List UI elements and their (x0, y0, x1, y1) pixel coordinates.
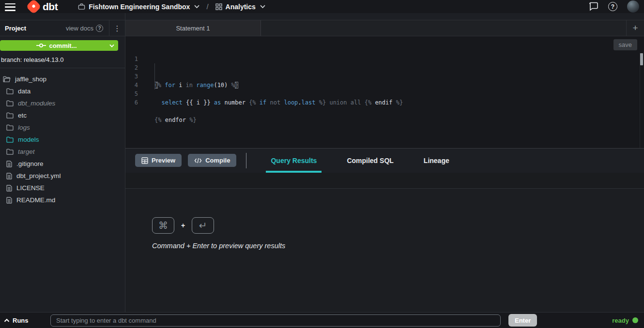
save-button[interactable]: save (613, 39, 637, 50)
environment-name: Analytics (226, 3, 256, 11)
tree-item-label: dbt_modules (18, 100, 55, 107)
tab-lineage[interactable]: Lineage (419, 149, 454, 173)
tree-item-logs[interactable]: logs (0, 121, 125, 134)
folder-icon (6, 88, 14, 94)
code-editor[interactable]: 123456 {% for i in range(10) %} select {… (125, 53, 644, 148)
editor-toolbar: save (125, 36, 644, 53)
code-line-3: select {{ i }} as number {% if not loop.… (154, 98, 644, 107)
enter-button[interactable]: Enter (508, 314, 537, 327)
environment-switcher[interactable]: Analytics (215, 3, 265, 11)
tree-item-jaffle-shop[interactable]: jaffle_shop (0, 73, 125, 85)
folder-open-icon (3, 76, 11, 82)
tree-item-label: data (18, 88, 31, 95)
editor-column: Statement 1 + save 123456 {% for i in ra… (125, 13, 644, 312)
compile-label: Compile (205, 157, 230, 164)
editor-scrollbar[interactable] (640, 53, 644, 148)
commit-button[interactable]: commit... (0, 40, 118, 51)
help-icon[interactable]: ? (608, 2, 617, 11)
sidebar-title: Project (5, 25, 26, 32)
code-line-2 (154, 89, 644, 98)
file-tree: jaffle_shopdatadbt_modulesetclogsmodelst… (0, 68, 125, 206)
dbt-ide-window: dbt Fishtown Engineering Sandbox / Analy… (0, 0, 644, 328)
dbt-command-input[interactable] (50, 314, 501, 327)
view-docs-link[interactable]: view docs ? (66, 25, 103, 32)
line-numbers: 123456 (125, 53, 142, 148)
sidebar-header: Project view docs ? ⋮ (0, 20, 125, 36)
breadcrumb-separator: / (206, 2, 208, 11)
tab-compiled-sql[interactable]: Compiled SQL (342, 149, 398, 173)
runs-label: Runs (13, 317, 29, 324)
tree-item-license[interactable]: LICENSE (0, 182, 125, 194)
main-area: Project view docs ? ⋮ commit... (0, 13, 644, 312)
tree-item-dbt-modules[interactable]: dbt_modules (0, 97, 125, 109)
code-icon (194, 158, 202, 164)
project-switcher[interactable]: Fishtown Engineering Sandbox (78, 3, 199, 11)
tree-item-readme-md[interactable]: README.md (0, 194, 125, 206)
chevron-down-icon (194, 5, 199, 8)
tree-item-label: models (18, 136, 39, 143)
compile-button[interactable]: Compile (188, 154, 236, 167)
folder-icon (6, 112, 14, 119)
chevron-down-icon (260, 5, 265, 8)
results-toolbar: Preview Compile Query ResultsCompiled SQ… (125, 148, 644, 173)
editor-tab-bar: Statement 1 + (125, 20, 644, 36)
plus-text: + (181, 222, 185, 229)
code-line-6 (154, 124, 644, 133)
commit-label: commit... (49, 42, 77, 49)
tree-item-label: dbt_project.yml (16, 172, 61, 179)
kebab-menu-icon[interactable]: ⋮ (109, 25, 125, 32)
status-dot-icon (632, 317, 638, 323)
results-tabs: Query ResultsCompiled SQLLineage (266, 149, 454, 173)
code-content[interactable]: {% for i in range(10) %} select {{ i }} … (142, 53, 644, 148)
avatar[interactable] (627, 0, 639, 13)
chat-icon[interactable] (589, 2, 598, 11)
tree-item-models[interactable]: models (0, 134, 125, 146)
status-label: ready (612, 317, 629, 324)
top-bar: dbt Fishtown Engineering Sandbox / Analy… (0, 0, 644, 13)
folder-icon (6, 124, 14, 131)
tree-item--gitignore[interactable]: .gitignore (0, 158, 125, 170)
folder-icon (6, 136, 14, 143)
chevron-down-icon[interactable] (109, 44, 114, 47)
folder-icon (6, 149, 14, 155)
tree-item-label: README.md (16, 196, 55, 204)
tree-item-dbt-project-yml[interactable]: dbt_project.yml (0, 170, 125, 182)
dbt-logo-text: dbt (43, 1, 58, 13)
command-bar: Runs Enter ready (0, 312, 644, 328)
file-icon (6, 185, 12, 192)
scrollbar-thumb[interactable] (640, 53, 643, 65)
line-number: 4 (125, 81, 138, 89)
branch-label: branch: release/4.13.0 (0, 51, 125, 68)
preview-button[interactable]: Preview (135, 154, 182, 167)
results-subheader (125, 173, 644, 189)
runs-toggle[interactable]: Runs (4, 317, 50, 324)
folder-icon (6, 100, 14, 106)
tree-item-target[interactable]: target (0, 146, 125, 158)
tab-statement-1[interactable]: Statement 1 (125, 20, 261, 36)
chevron-up-icon (4, 318, 10, 322)
hamburger-menu-icon[interactable] (5, 3, 15, 11)
tab-query-results[interactable]: Query Results (266, 149, 322, 173)
tree-item-label: LICENSE (16, 184, 45, 192)
code-line-4 (154, 107, 644, 116)
enter-key-icon: ↵ (192, 217, 214, 234)
status-indicator: ready (612, 317, 638, 324)
tree-item-etc[interactable]: etc (0, 109, 125, 121)
file-icon (6, 161, 12, 167)
line-number: 2 (125, 63, 138, 72)
indent-guide (154, 63, 155, 89)
tree-item-data[interactable]: data (0, 85, 125, 97)
command-key-icon: ⌘ (152, 217, 174, 234)
line-number: 3 (125, 72, 138, 81)
commit-icon (36, 43, 46, 48)
help-circle-icon: ? (96, 25, 103, 32)
grid-icon (215, 3, 222, 10)
code-line-5: {% endfor %} (154, 116, 644, 124)
tree-item-label: .gitignore (16, 160, 44, 167)
tree-item-label: jaffle_shop (15, 75, 46, 83)
new-tab-button[interactable]: + (627, 20, 644, 36)
dbt-logo: dbt (28, 1, 58, 13)
file-icon (6, 197, 12, 204)
view-docs-label: view docs (66, 25, 93, 32)
briefcase-icon (78, 3, 85, 10)
